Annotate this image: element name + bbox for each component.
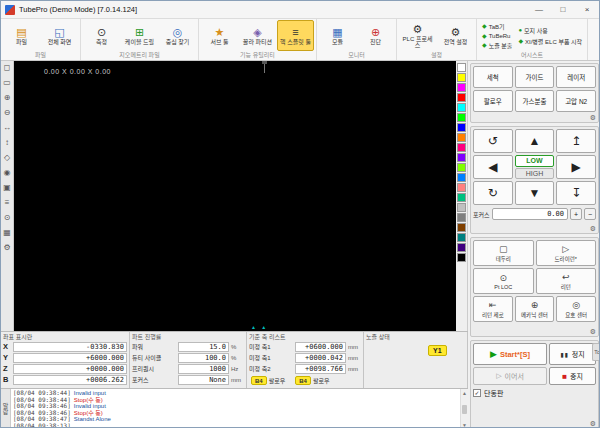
assist-item-nozzle[interactable]: ◆ 노즐 분출 <box>482 41 512 50</box>
log-scrollbar[interactable]: ▲ ▼ <box>460 389 468 428</box>
workspace-canvas[interactable]: 0.00 X 0.00 X 0.00 ▲ ▲ <box>14 61 456 331</box>
pan-vertical-tool-icon[interactable]: ↕ <box>5 139 9 147</box>
speed-low-toggle[interactable]: LOW <box>515 155 555 167</box>
color-swatch[interactable] <box>457 193 466 202</box>
frame-select-tool-icon[interactable]: ▭ <box>3 79 11 87</box>
select-tool-icon[interactable]: ◻ <box>4 64 11 72</box>
color-swatch[interactable] <box>457 203 466 212</box>
pan-horizontal-tool-icon[interactable]: ↔ <box>3 124 11 132</box>
color-swatch[interactable] <box>457 113 466 122</box>
iso-view-tool-icon[interactable]: ◇ <box>4 154 10 162</box>
gas-blow-button[interactable]: 가스분출 <box>515 90 555 112</box>
color-swatch[interactable] <box>457 103 466 112</box>
param-label: 듀티 사이클 <box>132 353 176 362</box>
centering-button[interactable]: ◎ 중심 찾기 <box>159 20 196 51</box>
minimize-button[interactable]: — <box>527 1 551 18</box>
zoom-in-tool-icon[interactable]: ⊕ <box>4 94 11 102</box>
grid-tool-icon[interactable]: ▦ <box>3 229 11 237</box>
side-tab-tc[interactable]: Tc <box>592 343 600 361</box>
measure-tool-icon[interactable]: ⊙ <box>4 214 11 222</box>
color-swatch[interactable] <box>457 173 466 182</box>
rotate-ccw-button[interactable]: ↺ <box>473 129 513 153</box>
center-view-tool-icon[interactable]: ◉ <box>4 169 11 177</box>
sub-tool-button[interactable]: ★ 서브 툴 <box>201 20 238 51</box>
color-swatch[interactable] <box>457 153 466 162</box>
assist-item-elc-start[interactable]: ◆ XI/병렬 ELC 부품 시작 <box>518 37 582 46</box>
maximize-button[interactable]: □ <box>551 1 575 18</box>
wireframe-tool-icon[interactable]: ≡ <box>5 199 10 207</box>
color-swatch[interactable] <box>457 133 466 142</box>
scroll-down-icon[interactable]: ▼ <box>462 422 467 428</box>
log-list[interactable]: [08/04 09:38:44]Invalid input [08/04 09:… <box>11 389 460 428</box>
follow-button[interactable]: 팔로우 <box>473 90 513 112</box>
jog-right-button[interactable]: ▶ <box>556 155 596 179</box>
button-label: 리턴 <box>561 283 571 291</box>
stop-button[interactable]: ■ 중지 <box>549 367 596 385</box>
mechanic-center-button[interactable]: ⊕ 메카닉 센터 <box>515 296 555 322</box>
start-button[interactable]: ▶ Start*[S] <box>473 343 547 365</box>
frame-run-button[interactable]: ▢ 테두리 <box>473 240 534 266</box>
close-button[interactable]: × <box>575 1 599 18</box>
pt-loc-button[interactable]: ⊙ Pt LOC <box>473 268 534 294</box>
color-swatch[interactable] <box>457 123 466 132</box>
fit-view-tool-icon[interactable]: ▣ <box>3 184 11 192</box>
zoom-out-tool-icon[interactable]: ⊖ <box>4 109 11 117</box>
assist-item-tuberu[interactable]: ◆ TuBeRu <box>482 33 512 39</box>
ops-settings-gear-icon[interactable]: ⚙ <box>590 328 596 336</box>
module-button[interactable]: ▦ 모듈 <box>319 20 356 51</box>
color-swatch[interactable] <box>457 223 466 232</box>
color-swatch[interactable] <box>457 93 466 102</box>
assist-item-demo[interactable]: ● 모지 사용 <box>518 26 582 35</box>
global-settings-button[interactable]: ⚙ 전역 설정 <box>437 20 474 51</box>
assist-item-tab[interactable]: ◆ TaB기 <box>482 22 512 31</box>
color-swatch[interactable] <box>457 143 466 152</box>
log-tab-alarm[interactable]: 알람 <box>1 389 11 428</box>
partition-button[interactable]: ◈ 꼴라 파티션 <box>239 20 276 51</box>
speed-high-toggle[interactable]: HIGH <box>515 168 555 179</box>
focus-plus-button[interactable]: + <box>570 208 582 220</box>
return-button[interactable]: ↩ 리턴 <box>536 268 597 294</box>
n2-button[interactable]: 고압 N2 <box>556 90 596 112</box>
color-swatch[interactable] <box>457 253 466 262</box>
rotate-center-button[interactable]: ◎ 요호 센터 <box>556 296 596 322</box>
hex-split-tool-button[interactable]: ≡ 헥 스플릿 툴 <box>277 20 314 51</box>
view-settings-tool-icon[interactable]: ⚙ <box>3 244 10 252</box>
color-swatch[interactable] <box>457 243 466 252</box>
jog-left-button[interactable]: ◀ <box>473 155 513 179</box>
fullscreen-button[interactable]: ◱ 전체 화면 <box>41 20 78 51</box>
plc-process-button[interactable]: ⚙ PLC 프로세스 <box>399 20 436 51</box>
color-swatch[interactable] <box>457 233 466 242</box>
color-swatch[interactable] <box>457 163 466 172</box>
focus-minus-button[interactable]: − <box>584 208 596 220</box>
guide-light-button[interactable]: 가이드 <box>515 66 555 88</box>
color-swatch[interactable] <box>457 183 466 192</box>
wash-button[interactable]: 세척 <box>473 66 513 88</box>
pause-button[interactable]: ▮▮ 정지 <box>549 343 596 365</box>
measure-button[interactable]: ⊙ 측정 <box>83 20 120 51</box>
jog-up-button[interactable]: ▲ <box>515 129 555 153</box>
cable-drill-button[interactable]: ⊞ 케이블 드릴 <box>121 20 158 51</box>
focus-value-input[interactable]: 0.00 <box>492 208 568 220</box>
return-zero-button[interactable]: ⇤ 리턴 제로 <box>473 296 513 322</box>
jog-down-button[interactable]: ▼ <box>515 181 555 205</box>
lift-down-button[interactable]: ↧ <box>556 181 596 205</box>
single-part-checkbox[interactable]: ✓ 단동판 <box>473 388 596 398</box>
io-settings-gear-icon[interactable]: ⚙ <box>590 114 596 122</box>
lift-up-button[interactable]: ↥ <box>556 129 596 153</box>
axis-name: 미정 축1 <box>249 342 293 351</box>
scroll-thumb[interactable] <box>462 405 467 414</box>
rotate-cw-button[interactable]: ↻ <box>473 181 513 205</box>
dry-run-button[interactable]: ▷ 드라이런* <box>536 240 597 266</box>
color-swatch[interactable] <box>457 63 466 72</box>
resume-button[interactable]: ▷ 이어서 <box>473 367 547 385</box>
color-swatch[interactable] <box>457 73 466 82</box>
file-menu-button[interactable]: ▤ 파일 <box>3 20 40 51</box>
color-swatch[interactable] <box>457 83 466 92</box>
jog-settings-gear-icon[interactable]: ⚙ <box>590 225 596 233</box>
color-swatch[interactable] <box>457 213 466 222</box>
laser-button[interactable]: 레이저 <box>556 66 596 88</box>
log-message: Stop(수 동) <box>74 397 103 403</box>
diagnosis-button[interactable]: ⊕ 진단 <box>357 20 394 51</box>
scroll-up-icon[interactable]: ▲ <box>462 390 467 396</box>
run-settings-gear-icon[interactable]: ⚙ <box>590 420 596 428</box>
